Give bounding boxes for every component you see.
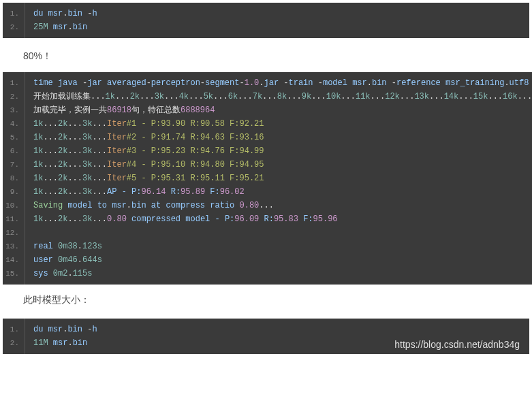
line-number: 14. — [3, 253, 25, 267]
code-line: real 0m38.123s — [25, 240, 532, 253]
gutter: 1. 2. 3. 4. 5. 6. 7. 8. 9. 10. 11. 12. 1… — [3, 72, 25, 285]
code-line: du msr.bin -h — [25, 7, 529, 20]
code-block-2: 1. 2. 3. 4. 5. 6. 7. 8. 9. 10. 11. 12. 1… — [3, 72, 532, 285]
line-number: 1. — [3, 76, 25, 90]
code-line: 1k...2k...3k...Iter#5 - P:95.31 R:95.11 … — [25, 172, 532, 185]
code-line: 1k...2k...3k...AP - P:96.14 R:95.89 F:96… — [25, 185, 532, 199]
code-line — [25, 226, 532, 240]
line-number: 15. — [3, 267, 25, 280]
gutter: 1. 2. — [3, 3, 25, 38]
code-line: 25M msr.bin — [25, 20, 529, 34]
code-line: Saving model to msr.bin at compress rati… — [25, 199, 532, 212]
gutter: 1. 2. — [3, 319, 25, 354]
line-number: 4. — [3, 117, 25, 131]
watermark: https://blog.csdn.net/adnb34g — [394, 339, 520, 350]
code-line: user 0m46.644s — [25, 253, 532, 267]
line-number: 3. — [3, 103, 25, 117]
line-number: 10. — [3, 199, 25, 212]
code-line: 开始加载训练集...1k...2k...3k...4k...5k...6k...… — [25, 90, 532, 103]
line-number: 6. — [3, 144, 25, 158]
line-number: 11. — [3, 212, 25, 226]
code-block-2-wrap[interactable]: 1. 2. 3. 4. 5. 6. 7. 8. 9. 10. 11. 12. 1… — [0, 72, 532, 285]
line-number: 2. — [3, 90, 25, 103]
line-number: 2. — [3, 336, 25, 350]
paragraph-2: 此时模型大小： — [0, 285, 532, 316]
code-lines: du msr.bin -h 25M msr.bin — [25, 3, 529, 38]
code-lines: time java -jar averaged-perceptron-segme… — [25, 72, 532, 285]
code-block-1: 1. 2. du msr.bin -h 25M msr.bin — [3, 3, 529, 38]
line-number: 1. — [3, 323, 25, 336]
line-number: 12. — [3, 226, 25, 240]
line-number: 13. — [3, 240, 25, 253]
paragraph-1: 80%！ — [0, 41, 532, 72]
code-line: time java -jar averaged-perceptron-segme… — [25, 76, 532, 90]
code-line: 加载完毕，实例一共86918句，特征总数6888964 — [25, 103, 532, 117]
code-line: sys 0m2.115s — [25, 267, 532, 280]
code-line: 1k...2k...3k...Iter#3 - P:95.23 R:94.76 … — [25, 144, 532, 158]
line-number: 7. — [3, 158, 25, 172]
line-number: 5. — [3, 131, 25, 144]
line-number: 9. — [3, 185, 25, 199]
line-number: 8. — [3, 172, 25, 185]
line-number: 1. — [3, 7, 25, 20]
code-line: 1k...2k...3k...Iter#4 - P:95.10 R:94.80 … — [25, 158, 532, 172]
code-line: 1k...2k...3k...Iter#2 - P:91.74 R:94.63 … — [25, 131, 532, 144]
line-number: 2. — [3, 20, 25, 34]
code-line: 1k...2k...3k...Iter#1 - P:93.90 R:90.58 … — [25, 117, 532, 131]
code-line: 1k...2k...3k...0.80 compressed model - P… — [25, 212, 532, 226]
code-line: du msr.bin -h — [25, 323, 529, 336]
